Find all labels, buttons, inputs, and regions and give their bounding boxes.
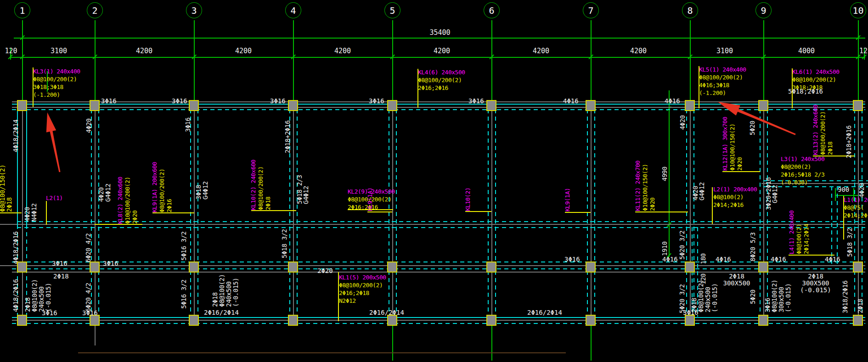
structural-plan-canvas: 1234567891035400120310042004200420042004… [0,0,868,362]
red-arrow [718,102,796,135]
annotation-arrows [0,0,868,362]
red-arrow [46,112,61,172]
